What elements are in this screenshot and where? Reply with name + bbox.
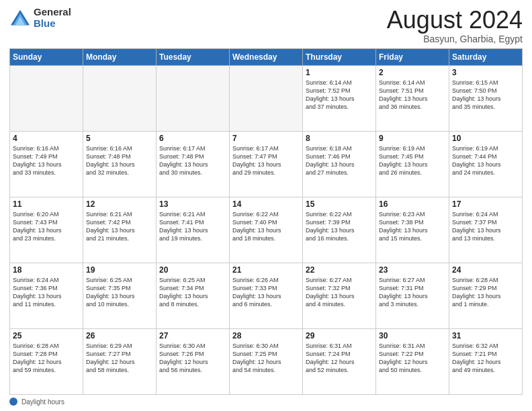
calendar-cell: 6Sunrise: 6:17 AM Sunset: 7:48 PM Daylig… (157, 131, 230, 197)
day-info: Sunrise: 6:31 AM Sunset: 7:22 PM Dayligh… (379, 342, 446, 375)
day-info: Sunrise: 6:17 AM Sunset: 7:47 PM Dayligh… (232, 144, 300, 177)
day-number: 8 (306, 134, 373, 143)
calendar-header-monday: Monday (83, 48, 157, 65)
day-info: Sunrise: 6:23 AM Sunset: 7:38 PM Dayligh… (379, 210, 446, 243)
day-number: 16 (379, 199, 446, 209)
day-number: 10 (452, 134, 519, 143)
calendar-cell: 17Sunrise: 6:24 AM Sunset: 7:37 PM Dayli… (449, 197, 523, 263)
calendar-cell: 12Sunrise: 6:21 AM Sunset: 7:42 PM Dayli… (83, 197, 157, 263)
day-info: Sunrise: 6:32 AM Sunset: 7:21 PM Dayligh… (452, 342, 519, 375)
day-number: 3 (452, 68, 519, 77)
calendar-cell: 8Sunrise: 6:18 AM Sunset: 7:46 PM Daylig… (303, 131, 376, 197)
calendar-cell: 31Sunrise: 6:32 AM Sunset: 7:21 PM Dayli… (449, 328, 523, 394)
day-info: Sunrise: 6:16 AM Sunset: 7:48 PM Dayligh… (86, 144, 153, 177)
calendar-cell: 9Sunrise: 6:19 AM Sunset: 7:45 PM Daylig… (376, 131, 449, 197)
day-number: 9 (379, 134, 446, 143)
day-number: 4 (13, 134, 80, 143)
day-number: 12 (86, 199, 153, 209)
day-number: 19 (86, 265, 153, 275)
logo-icon (9, 9, 31, 28)
day-number: 13 (159, 199, 226, 209)
day-info: Sunrise: 6:28 AM Sunset: 7:29 PM Dayligh… (452, 276, 519, 309)
subtitle: Basyun, Gharbia, Egypt (387, 34, 523, 44)
day-info: Sunrise: 6:25 AM Sunset: 7:34 PM Dayligh… (159, 276, 226, 309)
calendar-header-tuesday: Tuesday (157, 48, 230, 65)
day-info: Sunrise: 6:27 AM Sunset: 7:31 PM Dayligh… (379, 276, 446, 309)
calendar-header-row: SundayMondayTuesdayWednesdayThursdayFrid… (10, 48, 523, 65)
calendar-header-thursday: Thursday (303, 48, 376, 65)
calendar-cell: 2Sunrise: 6:14 AM Sunset: 7:51 PM Daylig… (376, 65, 449, 131)
header: General Blue August 2024 Basyun, Gharbia… (9, 7, 523, 44)
calendar-cell: 15Sunrise: 6:22 AM Sunset: 7:39 PM Dayli… (303, 197, 376, 263)
calendar-cell: 10Sunrise: 6:19 AM Sunset: 7:44 PM Dayli… (449, 131, 523, 197)
calendar-cell: 14Sunrise: 6:22 AM Sunset: 7:40 PM Dayli… (230, 197, 303, 263)
day-info: Sunrise: 6:29 AM Sunset: 7:27 PM Dayligh… (86, 342, 153, 375)
logo-blue-text: Blue (34, 18, 71, 30)
calendar-cell: 30Sunrise: 6:31 AM Sunset: 7:22 PM Dayli… (376, 328, 449, 394)
day-number: 27 (159, 331, 226, 340)
day-info: Sunrise: 6:21 AM Sunset: 7:41 PM Dayligh… (159, 210, 226, 243)
calendar-cell: 11Sunrise: 6:20 AM Sunset: 7:43 PM Dayli… (10, 197, 83, 263)
day-info: Sunrise: 6:18 AM Sunset: 7:46 PM Dayligh… (306, 144, 373, 177)
day-info: Sunrise: 6:25 AM Sunset: 7:35 PM Dayligh… (86, 276, 153, 309)
day-info: Sunrise: 6:15 AM Sunset: 7:50 PM Dayligh… (452, 79, 519, 111)
calendar-cell: 26Sunrise: 6:29 AM Sunset: 7:27 PM Dayli… (83, 328, 157, 394)
day-info: Sunrise: 6:22 AM Sunset: 7:39 PM Dayligh… (306, 210, 373, 243)
calendar-cell: 7Sunrise: 6:17 AM Sunset: 7:47 PM Daylig… (230, 131, 303, 197)
calendar-cell: 24Sunrise: 6:28 AM Sunset: 7:29 PM Dayli… (449, 263, 523, 328)
day-number: 7 (232, 134, 300, 143)
day-number: 15 (306, 199, 373, 209)
day-number: 11 (13, 199, 80, 209)
day-info: Sunrise: 6:17 AM Sunset: 7:48 PM Dayligh… (159, 144, 226, 177)
day-number: 23 (379, 265, 446, 275)
calendar-week-row: 4Sunrise: 6:16 AM Sunset: 7:49 PM Daylig… (10, 131, 523, 197)
day-info: Sunrise: 6:31 AM Sunset: 7:24 PM Dayligh… (306, 342, 373, 375)
calendar-cell: 25Sunrise: 6:28 AM Sunset: 7:28 PM Dayli… (10, 328, 83, 394)
daylight-hours-label: Daylight hours (21, 398, 64, 406)
day-info: Sunrise: 6:27 AM Sunset: 7:32 PM Dayligh… (306, 276, 373, 309)
calendar-header-friday: Friday (376, 48, 449, 65)
day-info: Sunrise: 6:26 AM Sunset: 7:33 PM Dayligh… (232, 276, 300, 309)
footer: Daylight hours (9, 398, 523, 406)
calendar-week-row: 11Sunrise: 6:20 AM Sunset: 7:43 PM Dayli… (10, 197, 523, 263)
day-info: Sunrise: 6:19 AM Sunset: 7:44 PM Dayligh… (452, 144, 519, 177)
day-number: 30 (379, 331, 446, 340)
calendar-cell: 22Sunrise: 6:27 AM Sunset: 7:32 PM Dayli… (303, 263, 376, 328)
day-number: 1 (306, 68, 373, 77)
calendar-cell: 23Sunrise: 6:27 AM Sunset: 7:31 PM Dayli… (376, 263, 449, 328)
calendar-cell: 20Sunrise: 6:25 AM Sunset: 7:34 PM Dayli… (157, 263, 230, 328)
day-number: 25 (13, 331, 80, 340)
day-number: 31 (452, 331, 519, 340)
day-number: 2 (379, 68, 446, 77)
day-number: 18 (13, 265, 80, 275)
day-number: 21 (232, 265, 300, 275)
logo-general-text: General (34, 7, 71, 18)
day-number: 20 (159, 265, 226, 275)
day-number: 17 (452, 199, 519, 209)
calendar-cell: 29Sunrise: 6:31 AM Sunset: 7:24 PM Dayli… (303, 328, 376, 394)
calendar-cell: 13Sunrise: 6:21 AM Sunset: 7:41 PM Dayli… (157, 197, 230, 263)
calendar-cell: 21Sunrise: 6:26 AM Sunset: 7:33 PM Dayli… (230, 263, 303, 328)
calendar-header-saturday: Saturday (449, 48, 523, 65)
day-info: Sunrise: 6:14 AM Sunset: 7:51 PM Dayligh… (379, 79, 446, 111)
calendar-week-row: 25Sunrise: 6:28 AM Sunset: 7:28 PM Dayli… (10, 328, 523, 394)
calendar-table: SundayMondayTuesdayWednesdayThursdayFrid… (9, 48, 523, 395)
day-info: Sunrise: 6:30 AM Sunset: 7:26 PM Dayligh… (159, 342, 226, 375)
calendar-cell (157, 65, 230, 131)
page: General Blue August 2024 Basyun, Gharbia… (0, 0, 532, 411)
calendar-week-row: 1Sunrise: 6:14 AM Sunset: 7:52 PM Daylig… (10, 65, 523, 131)
day-info: Sunrise: 6:28 AM Sunset: 7:28 PM Dayligh… (13, 342, 80, 375)
calendar-cell: 19Sunrise: 6:25 AM Sunset: 7:35 PM Dayli… (83, 263, 157, 328)
daylight-icon (9, 398, 17, 406)
day-number: 24 (452, 265, 519, 275)
calendar-cell: 1Sunrise: 6:14 AM Sunset: 7:52 PM Daylig… (303, 65, 376, 131)
day-info: Sunrise: 6:22 AM Sunset: 7:40 PM Dayligh… (232, 210, 300, 243)
day-info: Sunrise: 6:16 AM Sunset: 7:49 PM Dayligh… (13, 144, 80, 177)
day-info: Sunrise: 6:19 AM Sunset: 7:45 PM Dayligh… (379, 144, 446, 177)
day-info: Sunrise: 6:14 AM Sunset: 7:52 PM Dayligh… (306, 79, 373, 111)
logo-text: General Blue (34, 7, 71, 29)
calendar-cell: 4Sunrise: 6:16 AM Sunset: 7:49 PM Daylig… (10, 131, 83, 197)
day-info: Sunrise: 6:20 AM Sunset: 7:43 PM Dayligh… (13, 210, 80, 243)
day-number: 5 (86, 134, 153, 143)
day-number: 22 (306, 265, 373, 275)
